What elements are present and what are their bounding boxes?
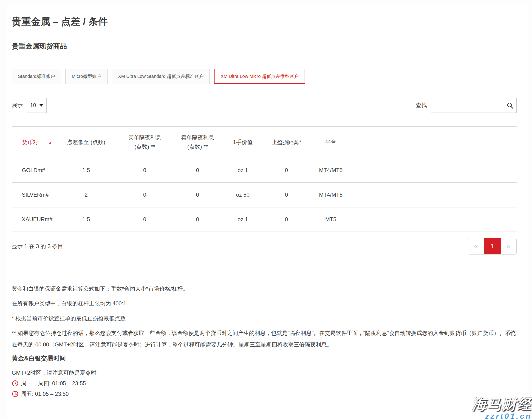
search-icon xyxy=(506,102,514,109)
table-controls: 展示 10 查找 xyxy=(12,98,517,113)
column-header-platform[interactable]: 平台 xyxy=(308,127,354,158)
column-header-stop-level[interactable]: 止盈损距离* xyxy=(265,127,308,158)
cell-platform: MT4/MT5 xyxy=(308,183,354,207)
clock-icon xyxy=(12,380,19,387)
cell-lot-value: oz 1 xyxy=(220,207,265,232)
cell-stop-level: 0 xyxy=(265,183,308,207)
search-label: 查找 xyxy=(416,102,427,109)
page-size-label: 展示 xyxy=(12,102,23,109)
cell-platform: MT5 xyxy=(308,207,354,232)
tab-ultra-low-standard-account[interactable]: XM Ultra Low Standard 超低点差标准账户 xyxy=(112,69,210,84)
column-header-spread[interactable]: 点差低至 (点数) xyxy=(58,127,115,158)
schedule-row-mon-thu: 周一 – 周四: 01:05 – 23:55 xyxy=(12,379,517,388)
cell-swap-short: 0 xyxy=(175,158,220,183)
tab-ultra-low-micro-account[interactable]: XM Ultra Low Micro 超低点差微型账户 xyxy=(214,69,305,84)
pagination-row: 显示 1 在 3 的 3 条目 « 1 » xyxy=(12,238,517,255)
pagination-page-1-button[interactable]: 1 xyxy=(484,238,501,254)
cell-pair: GOLDm# xyxy=(12,158,58,183)
search-group: 查找 xyxy=(416,98,517,113)
cell-lot-value: oz 50 xyxy=(220,183,265,207)
page-size-group: 展示 10 xyxy=(12,98,47,113)
cell-swap-long: 0 xyxy=(115,183,175,207)
tab-standard-account[interactable]: Standard标准账户 xyxy=(12,69,61,84)
table-row: XAUEURm# 1.5 0 0 oz 1 0 MT5 xyxy=(12,207,517,232)
section-divider xyxy=(12,270,517,270)
page-size-select[interactable]: 10 xyxy=(27,98,47,113)
page-size-value: 10 xyxy=(30,102,36,108)
page-title: 贵重金属 – 点差 / 条件 xyxy=(12,16,517,27)
schedule-row-fri: 周五: 01:05 – 23:50 xyxy=(12,390,517,398)
table-summary: 显示 1 在 3 的 3 条目 xyxy=(12,243,63,250)
cell-swap-short: 0 xyxy=(175,183,220,207)
column-header-swap-short[interactable]: 卖单隔夜利息(点数) ** xyxy=(175,127,220,158)
chevron-down-icon xyxy=(39,104,43,106)
column-header-swap-long[interactable]: 买单隔夜利息(点数) ** xyxy=(115,127,175,158)
sort-ascending-icon: ▲ xyxy=(49,140,52,144)
spreads-table: 货币对▲ 点差低至 (点数) 买单隔夜利息(点数) ** 卖单隔夜利息(点数) … xyxy=(12,126,517,232)
note-leverage-cap: 在所有账户类型中，白银的杠杆上限均为 400:1。 xyxy=(12,298,517,309)
table-header-row: 货币对▲ 点差低至 (点数) 买单隔夜利息(点数) ** 卖单隔夜利息(点数) … xyxy=(12,127,517,158)
note-margin-formula: 黄金和白银的保证金需求计算公式如下：手数*合约大小*市场价格/杠杆。 xyxy=(12,283,517,294)
trading-hours-heading: 黄金&白银交易时间 xyxy=(12,354,517,363)
cell-swap-long: 0 xyxy=(115,158,175,183)
pagination-next-button[interactable]: » xyxy=(501,238,516,254)
column-header-pair[interactable]: 货币对▲ xyxy=(12,127,58,158)
pager: « 1 » xyxy=(468,238,517,255)
cell-spread: 1.5 xyxy=(58,158,115,183)
clock-icon xyxy=(12,391,19,397)
note-swap-explanation: ** 如果您有仓位持仓过夜的话，那么您会支付或者获取一些金额，该金额便是两个货币… xyxy=(12,327,517,351)
note-stop-level: * 根据当前市价设置挂单的最低止损盈最低点数 xyxy=(12,313,517,324)
schedule-label: 周五: 01:05 – 23:50 xyxy=(21,390,69,398)
cell-spread: 1.5 xyxy=(58,207,115,232)
cell-stop-level: 0 xyxy=(265,207,308,232)
pagination-prev-button[interactable]: « xyxy=(468,238,484,254)
search-box xyxy=(431,98,517,113)
column-header-filler xyxy=(354,127,517,158)
timezone-note: GMT+2时区，请注意可能是夏令时 xyxy=(12,368,517,377)
page-subtitle: 贵重金属现货商品 xyxy=(12,42,517,50)
cell-pair: XAUEURm# xyxy=(12,207,58,232)
table-row: SILVERm# 2 0 0 oz 50 0 MT4/MT5 xyxy=(12,183,517,207)
search-input[interactable] xyxy=(431,98,516,113)
schedule-label: 周一 – 周四: 01:05 – 23:55 xyxy=(21,380,86,387)
cell-spread: 2 xyxy=(58,183,115,207)
cell-pair: SILVERm# xyxy=(12,183,58,207)
column-header-lot-value[interactable]: 1手价值 xyxy=(220,127,265,158)
table-row: GOLDm# 1.5 0 0 oz 1 0 MT4/MT5 xyxy=(12,158,517,183)
tab-micro-account[interactable]: Micro微型账户 xyxy=(65,69,107,84)
cell-lot-value: oz 1 xyxy=(220,158,265,183)
footnotes: 黄金和白银的保证金需求计算公式如下：手数*合约大小*市场价格/杠杆。 在所有账户… xyxy=(12,283,517,351)
cell-swap-short: 0 xyxy=(175,207,220,232)
content-card: 贵重金属 – 点差 / 条件 贵重金属现货商品 Standard标准账户 Mic… xyxy=(7,4,528,419)
cell-stop-level: 0 xyxy=(265,158,308,183)
cell-platform: MT4/MT5 xyxy=(308,158,354,183)
account-type-tabs: Standard标准账户 Micro微型账户 XM Ultra Low Stan… xyxy=(12,69,517,84)
cell-swap-long: 0 xyxy=(115,207,175,232)
